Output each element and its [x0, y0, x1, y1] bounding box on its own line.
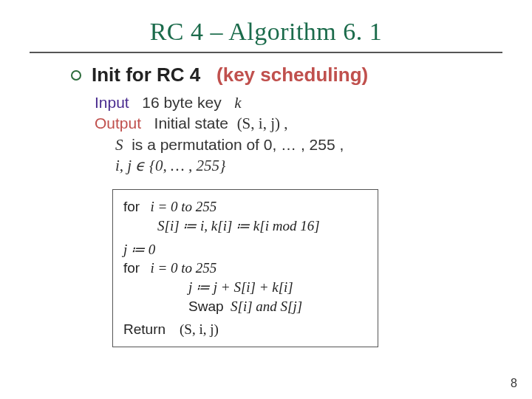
for1-keyword: for	[123, 199, 140, 214]
for1-cond: i = 0 to 255	[150, 199, 216, 214]
return-keyword: Return	[123, 321, 166, 337]
for2-keyword: for	[123, 260, 140, 276]
input-label: Input	[95, 94, 129, 111]
for2-line: for i = 0 to 255	[123, 259, 367, 278]
swap-rest: S[i] and S[j]	[231, 299, 302, 314]
algorithm-box: for i = 0 to 255 S[i] ≔ i, k[i] ≔ k[i mo…	[112, 189, 378, 347]
for1-body: S[i] ≔ i, k[i] ≔ k[i mod 16]	[123, 216, 367, 236]
bullet-icon	[71, 70, 81, 81]
init-prefix: Init for RC 4	[92, 64, 200, 86]
for1-line: for i = 0 to 255	[123, 197, 367, 216]
bullet-row: Init for RC 4 (key scheduling)	[71, 64, 502, 86]
output-label: Output	[95, 115, 141, 132]
perm-S: S	[115, 136, 123, 154]
title-underline	[30, 52, 502, 53]
slide-title: RC 4 – Algorithm 6. 1	[30, 18, 502, 50]
init-paren: (key scheduling)	[216, 64, 368, 86]
input-var: k	[234, 94, 241, 112]
page-number: 8	[511, 377, 517, 390]
for2-body1: j ≔ j + S[i] + k[i]	[123, 278, 367, 297]
io-block: Input 16 byte key k Output Initial state…	[95, 92, 502, 176]
init-heading: Init for RC 4 (key scheduling)	[92, 64, 368, 86]
return-val: (S, i, j)	[180, 321, 219, 337]
j-init: j ≔ 0	[123, 240, 367, 259]
swap-keyword: Swap	[188, 299, 224, 314]
input-text: 16 byte key	[142, 94, 221, 111]
output-tuple: (S, i, j) ,	[237, 115, 288, 132]
perm-text: is a permutation of 0, … , 255 ,	[132, 136, 344, 153]
for2-cond: i = 0 to 255	[150, 260, 216, 276]
output-line: Output Initial state (S, i, j) ,	[95, 113, 502, 134]
perm-line: S is a permutation of 0, … , 255 ,	[115, 134, 502, 155]
return-line: Return (S, i, j)	[123, 320, 367, 339]
output-text: Initial state	[154, 115, 228, 132]
for2-body2: Swap S[i] and S[j]	[123, 297, 367, 316]
slide: RC 4 – Algorithm 6. 1 Init for RC 4 (key…	[0, 0, 532, 399]
ij-line: i, j ϵ {0, … , 255}	[115, 155, 502, 176]
input-line: Input 16 byte key k	[95, 92, 502, 113]
